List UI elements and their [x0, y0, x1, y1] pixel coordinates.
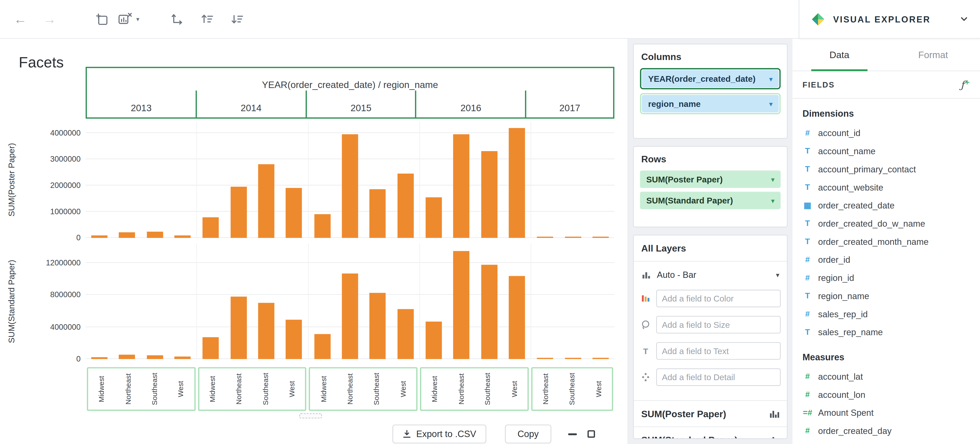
hash-field-icon: #: [802, 255, 813, 264]
add-chart-icon[interactable]: [91, 9, 111, 29]
category-label: Northeast: [457, 373, 465, 404]
pill-caret-icon[interactable]: ▾: [771, 197, 775, 204]
bar[interactable]: [203, 337, 219, 359]
bar[interactable]: [453, 251, 469, 359]
field-row[interactable]: #sales_rep_id: [802, 304, 970, 323]
bar[interactable]: [509, 128, 525, 238]
bar[interactable]: [231, 297, 247, 359]
chevron-down-icon[interactable]: [959, 14, 969, 24]
text-field-input[interactable]: [656, 342, 781, 360]
bar[interactable]: [453, 134, 469, 238]
field-row[interactable]: Torder_created_do_w_name: [802, 214, 970, 232]
chart-canvas: Facets YEAR(order_created_date) / region…: [0, 39, 628, 444]
layer-sum-poster-paper[interactable]: SUM(Poster Paper): [634, 400, 787, 427]
bar[interactable]: [314, 334, 331, 359]
detail-field-input[interactable]: [656, 368, 781, 386]
field-row[interactable]: #order_created_day: [802, 422, 970, 440]
category-label: Southeast: [373, 373, 380, 405]
pill-caret-icon[interactable]: ▾: [769, 75, 773, 82]
columns-drop-zone[interactable]: YEAR(order_created_date) ▾ region_name ▾: [634, 67, 787, 138]
tab-format[interactable]: Format: [886, 39, 980, 71]
swap-axes-icon[interactable]: [167, 9, 187, 29]
y-tick-label: 3000000: [50, 155, 81, 164]
bar[interactable]: [147, 232, 163, 238]
tab-data[interactable]: Data: [792, 39, 886, 71]
bar[interactable]: [286, 320, 302, 359]
fields-list: Dimensions #account_idTaccount_nameTacco…: [792, 99, 980, 444]
bar[interactable]: [397, 309, 414, 359]
resize-drag-handle[interactable]: [299, 413, 322, 419]
size-field-input[interactable]: [656, 316, 781, 333]
category-label: Northeast: [235, 373, 243, 404]
mark-type-select[interactable]: Auto - Bar ▾: [634, 262, 787, 285]
bar[interactable]: [537, 237, 553, 238]
field-row[interactable]: Taccount_website: [802, 178, 970, 196]
sort-ascending-icon[interactable]: [197, 9, 217, 29]
bar[interactable]: [537, 358, 553, 359]
category-label: Southeast: [568, 373, 576, 405]
pill-sum-poster-paper[interactable]: SUM(Poster Paper) ▾: [640, 170, 781, 188]
pill-region-name[interactable]: region_name ▾: [640, 93, 781, 114]
bar[interactable]: [425, 197, 442, 238]
bar[interactable]: [91, 235, 108, 238]
bar[interactable]: [425, 321, 442, 359]
remove-chart-icon[interactable]: [115, 9, 135, 29]
bar[interactable]: [369, 189, 386, 238]
copy-button[interactable]: Copy: [505, 425, 551, 443]
bar[interactable]: [342, 134, 358, 238]
color-field-input[interactable]: [656, 290, 781, 307]
chart-type-caret-icon[interactable]: ▾: [136, 16, 139, 22]
field-row[interactable]: #account_lon: [802, 385, 970, 403]
layer-sum-standard-paper[interactable]: SUM(Standard Paper): [634, 427, 787, 439]
bar[interactable]: [147, 355, 163, 359]
bar[interactable]: [258, 165, 275, 238]
field-row[interactable]: #order_id: [802, 251, 970, 268]
rows-drop-zone[interactable]: SUM(Poster Paper) ▾ SUM(Standard Paper) …: [634, 169, 787, 227]
bar[interactable]: [509, 276, 525, 359]
field-row[interactable]: Taccount_name: [802, 142, 970, 160]
bar[interactable]: [565, 237, 581, 238]
bar[interactable]: [91, 357, 108, 359]
pill-sum-standard-paper[interactable]: SUM(Standard Paper) ▾: [640, 192, 781, 209]
field-row[interactable]: Taccount_primary_contact: [802, 160, 970, 178]
bar[interactable]: [203, 217, 219, 238]
undo-back-arrow-icon[interactable]: ←: [14, 13, 27, 25]
field-row[interactable]: ▦order_created_date: [802, 196, 970, 214]
bar[interactable]: [592, 237, 609, 238]
pill-caret-icon[interactable]: ▾: [771, 176, 775, 183]
field-row[interactable]: Torder_created_month_name: [802, 232, 970, 251]
bar[interactable]: [231, 187, 247, 238]
field-row[interactable]: Tsales_rep_name: [802, 323, 970, 341]
field-row[interactable]: #region_id: [802, 268, 970, 287]
bar[interactable]: [258, 303, 275, 359]
add-formula-icon[interactable]: ƒ+: [961, 78, 970, 91]
bar[interactable]: [342, 273, 358, 359]
bar[interactable]: [397, 174, 414, 238]
field-row[interactable]: =#Amount Spent: [802, 403, 970, 422]
bar[interactable]: [481, 151, 497, 238]
field-row[interactable]: #account_id: [802, 124, 970, 142]
bar[interactable]: [481, 265, 497, 359]
pill-year-order-created-date[interactable]: YEAR(order_created_date) ▾: [640, 68, 781, 89]
bar[interactable]: [175, 357, 191, 359]
expand-icon[interactable]: [583, 427, 600, 442]
collapse-icon[interactable]: [564, 427, 581, 442]
pill-caret-icon[interactable]: ▾: [769, 100, 773, 107]
field-row[interactable]: #account_lat: [802, 367, 970, 385]
bar[interactable]: [175, 236, 191, 238]
bar[interactable]: [119, 232, 135, 238]
visual-explorer-menu[interactable]: VISUAL EXPLORER: [799, 0, 980, 39]
field-row[interactable]: Tregion_name: [802, 287, 970, 305]
bar[interactable]: [119, 355, 135, 359]
bar[interactable]: [286, 188, 302, 238]
bar[interactable]: [565, 358, 581, 359]
export-csv-button[interactable]: Export to .CSV: [393, 425, 486, 443]
bar[interactable]: [369, 293, 386, 359]
bar[interactable]: [592, 358, 609, 359]
bar[interactable]: [314, 214, 331, 238]
facet-column: [196, 244, 308, 359]
all-layers-panel: All Layers Auto - Bar ▾: [633, 235, 788, 439]
redo-forward-arrow-icon[interactable]: →: [43, 13, 56, 25]
category-label-box: MidwestNortheastSoutheastWest: [309, 367, 418, 411]
sort-descending-icon[interactable]: [227, 9, 247, 29]
